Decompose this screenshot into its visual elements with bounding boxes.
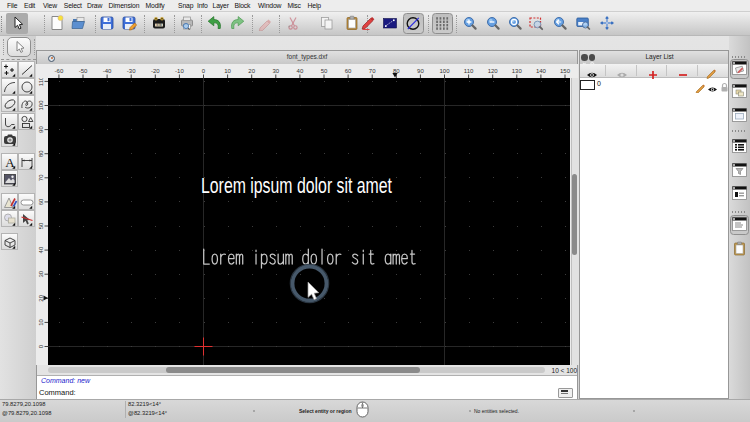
svg-text:10: 10 — [224, 68, 231, 74]
svg-text:30: 30 — [38, 270, 44, 277]
svg-text:90: 90 — [417, 68, 424, 74]
svg-text:130: 130 — [512, 68, 523, 74]
svg-text:30: 30 — [272, 68, 279, 74]
svg-text:10: 10 — [38, 318, 44, 325]
svg-text:70: 70 — [369, 68, 376, 74]
svg-text:20: 20 — [248, 68, 255, 74]
svg-text:150: 150 — [560, 68, 571, 74]
svg-text:40: 40 — [38, 246, 44, 253]
svg-text:80: 80 — [393, 68, 400, 74]
svg-text:-40: -40 — [103, 68, 112, 74]
svg-text:110: 110 — [464, 68, 474, 74]
svg-text:110: 110 — [38, 78, 44, 86]
svg-text:-20: -20 — [151, 68, 160, 74]
svg-text:40: 40 — [297, 68, 304, 74]
svg-text:60: 60 — [345, 68, 352, 74]
svg-text:-50: -50 — [79, 68, 88, 74]
svg-text:70: 70 — [38, 174, 44, 181]
svg-text:-60: -60 — [55, 68, 64, 74]
svg-text:50: 50 — [38, 222, 44, 229]
svg-text:100: 100 — [439, 68, 450, 74]
svg-text:STB: STB — [156, 23, 162, 27]
svg-text:140: 140 — [536, 68, 547, 74]
svg-text:100: 100 — [38, 100, 44, 111]
svg-text:90: 90 — [38, 126, 44, 133]
svg-text:80: 80 — [38, 150, 44, 157]
svg-text:-10: -10 — [175, 68, 184, 74]
svg-text:120: 120 — [488, 68, 499, 74]
svg-text:50: 50 — [321, 68, 328, 74]
svg-text:-30: -30 — [127, 68, 136, 74]
svg-text:Lorem ipsum dolor sit amet: Lorem ipsum dolor sit amet — [201, 173, 392, 198]
svg-text:20: 20 — [38, 294, 44, 301]
svg-text:60: 60 — [38, 198, 44, 205]
